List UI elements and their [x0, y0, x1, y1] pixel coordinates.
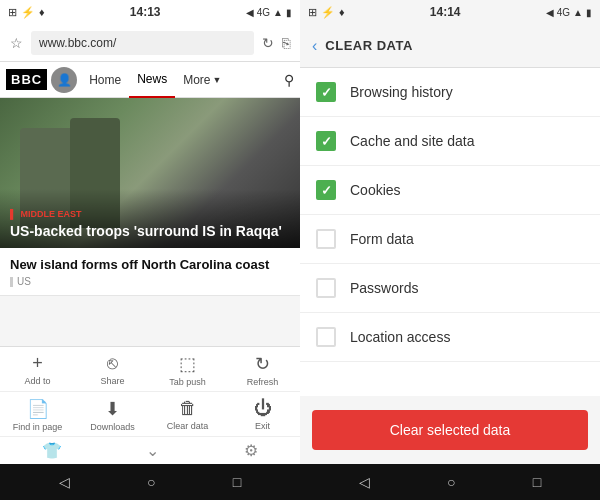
checkbox-cookies[interactable]	[316, 180, 336, 200]
status-right-right-icons: ◀ 4G ▲ ▮	[546, 7, 592, 18]
toolbar-tab-push[interactable]: ⬚ Tab push	[160, 353, 215, 387]
wardrobe-icon[interactable]: 👕	[42, 441, 62, 460]
option-label-form-data: Form data	[350, 231, 414, 247]
downloads-label: Downloads	[90, 422, 135, 432]
toolbar-row-2: 📄 Find in page ⬇ Downloads 🗑 Clear data …	[0, 392, 300, 437]
clear-data-icon: 🗑	[179, 398, 197, 419]
clear-data-label: Clear data	[167, 421, 209, 431]
tab-push-icon: ⬚	[179, 353, 196, 375]
toolbar-clear-data[interactable]: 🗑 Clear data	[160, 398, 215, 432]
tabs-icon[interactable]: ⎘	[282, 35, 290, 51]
recents-button-right[interactable]: □	[533, 474, 541, 490]
battery-icon-r: ▮	[586, 7, 592, 18]
news-label: News	[137, 72, 167, 86]
toolbar-share[interactable]: ⎋ Share	[85, 353, 140, 387]
article-item[interactable]: New island forms off North Carolina coas…	[0, 248, 300, 296]
time-right: 14:14	[430, 5, 461, 19]
article-title: New island forms off North Carolina coas…	[10, 256, 290, 274]
option-label-location-access: Location access	[350, 329, 450, 345]
chevron-down-icon[interactable]: ⌄	[146, 441, 159, 460]
more-chevron: ▼	[213, 75, 222, 85]
exit-label: Exit	[255, 421, 270, 431]
bbc-nav-home[interactable]: Home	[81, 62, 129, 98]
url-input[interactable]	[31, 31, 254, 55]
toolbar-refresh[interactable]: ↻ Refresh	[235, 353, 290, 387]
wifi-icon: ▲	[273, 7, 283, 18]
checkbox-form-data[interactable]	[316, 229, 336, 249]
share-label: Share	[100, 376, 124, 386]
clear-selected-button[interactable]: Clear selected data	[312, 410, 588, 450]
exit-icon: ⏻	[254, 398, 272, 419]
nav-bar-right: ◁ ○ □	[300, 464, 600, 500]
article-meta-text: US	[17, 276, 31, 287]
bbc-account-icon[interactable]: 👤	[51, 67, 77, 93]
toolbar-add-to[interactable]: + Add to	[10, 353, 65, 387]
option-label-cookies: Cookies	[350, 182, 401, 198]
status-right-icons: ◀ 4G ▲ ▮	[246, 7, 292, 18]
toolbar-exit[interactable]: ⏻ Exit	[235, 398, 290, 432]
article-meta: US	[10, 276, 290, 287]
time-left: 14:13	[130, 5, 161, 19]
more-label: More	[183, 73, 210, 87]
option-cookies[interactable]: Cookies	[300, 166, 600, 215]
bbc-nav-news[interactable]: News	[129, 62, 175, 98]
add-icon: +	[32, 353, 43, 374]
status-left-icons: ⊞ ⚡ ♦	[8, 6, 45, 19]
recents-button-left[interactable]: □	[233, 474, 241, 490]
checkbox-passwords[interactable]	[316, 278, 336, 298]
network-icon-r: 4G	[557, 7, 570, 18]
option-cache-site-data[interactable]: Cache and site data	[300, 117, 600, 166]
back-button-right[interactable]: ◁	[359, 474, 370, 490]
home-button-left[interactable]: ○	[147, 474, 155, 490]
signal-icon-r: ◀	[546, 7, 554, 18]
phone-icon-r: ⚡	[321, 6, 335, 19]
hero-image: ▌ MIDDLE EAST US-backed troops 'surround…	[0, 98, 300, 248]
refresh-icon[interactable]: ↻	[262, 35, 274, 51]
option-browsing-history[interactable]: Browsing history	[300, 68, 600, 117]
toolbar-row-1: + Add to ⎋ Share ⬚ Tab push ↻ Refresh	[0, 347, 300, 392]
bbc-nav-more[interactable]: More ▼	[175, 62, 229, 98]
checkbox-browsing-history[interactable]	[316, 82, 336, 102]
signal-icon: ◀	[246, 7, 254, 18]
add-label: Add to	[24, 376, 50, 386]
app-icon: ⊞	[8, 6, 17, 19]
toolbar-find-in-page[interactable]: 📄 Find in page	[10, 398, 65, 432]
app-icon-r: ⊞	[308, 6, 317, 19]
wifi-icon-r: ▲	[573, 7, 583, 18]
option-location-access[interactable]: Location access	[300, 313, 600, 362]
nav-bar-left: ◁ ○ □	[0, 464, 300, 500]
home-label: Home	[89, 73, 121, 87]
category-bar: ▌	[10, 209, 16, 219]
right-panel: ⊞ ⚡ ♦ 14:14 ◀ 4G ▲ ▮ ‹ CLEAR DATA Browsi…	[300, 0, 600, 500]
clear-button-container: Clear selected data	[300, 396, 600, 464]
checkbox-location-access[interactable]	[316, 327, 336, 347]
notify-icon-r: ♦	[339, 6, 345, 19]
bbc-logo-text: BBC	[11, 72, 42, 87]
checkbox-cache-site-data[interactable]	[316, 131, 336, 151]
back-icon[interactable]: ‹	[312, 37, 317, 55]
status-right-left-icons: ⊞ ⚡ ♦	[308, 6, 345, 19]
option-form-data[interactable]: Form data	[300, 215, 600, 264]
option-label-cache-site-data: Cache and site data	[350, 133, 475, 149]
find-icon: 📄	[27, 398, 49, 420]
back-button-left[interactable]: ◁	[59, 474, 70, 490]
settings-icon[interactable]: ⚙	[244, 441, 258, 460]
toolbar-downloads[interactable]: ⬇ Downloads	[85, 398, 140, 432]
clear-data-title: CLEAR DATA	[325, 38, 413, 53]
account-glyph: 👤	[57, 73, 72, 87]
notify-icon: ♦	[39, 6, 45, 18]
home-button-right[interactable]: ○	[447, 474, 455, 490]
battery-icon: ▮	[286, 7, 292, 18]
network-icon: 4G	[257, 7, 270, 18]
star-icon[interactable]: ☆	[10, 35, 23, 51]
hero-overlay: ▌ MIDDLE EAST US-backed troops 'surround…	[0, 189, 300, 248]
meta-bar	[10, 277, 13, 287]
downloads-icon: ⬇	[105, 398, 120, 420]
option-passwords[interactable]: Passwords	[300, 264, 600, 313]
address-bar: ☆ ↻ ⎘	[0, 24, 300, 62]
status-bar-left: ⊞ ⚡ ♦ 14:13 ◀ 4G ▲ ▮	[0, 0, 300, 24]
option-label-passwords: Passwords	[350, 280, 418, 296]
bbc-search-icon[interactable]: ⚲	[284, 72, 294, 88]
status-bar-right: ⊞ ⚡ ♦ 14:14 ◀ 4G ▲ ▮	[300, 0, 600, 24]
bbc-logo: BBC	[6, 69, 47, 90]
